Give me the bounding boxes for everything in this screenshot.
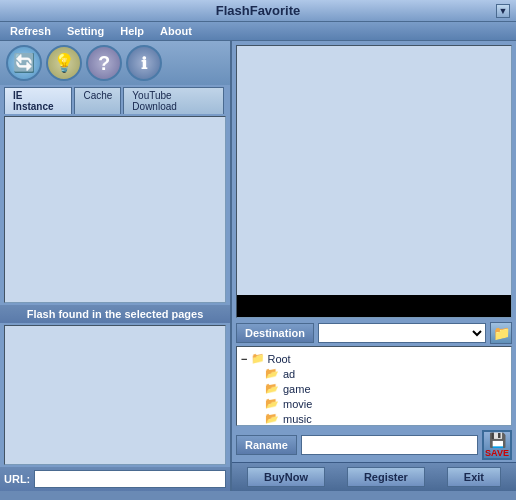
folder-icon: 📂 xyxy=(265,367,279,380)
menu-bar: Refresh Setting Help About xyxy=(0,22,516,41)
tree-item-label: game xyxy=(283,383,311,395)
tree-item-label: ad xyxy=(283,368,295,380)
tab-youtube[interactable]: YouTube Download xyxy=(123,87,224,114)
save-button[interactable]: 💾 SAVE xyxy=(482,430,512,460)
tree-collapse-icon[interactable]: − xyxy=(241,353,247,365)
bulb-button[interactable]: 💡 xyxy=(46,45,82,81)
tab-bar: IE Instance Cache YouTube Download xyxy=(0,85,230,114)
exit-button[interactable]: Exit xyxy=(447,467,501,487)
destination-browse-button[interactable]: 📁 xyxy=(490,322,512,344)
tree-item-ad: 📂 ad xyxy=(265,366,507,381)
folder-icon: 📂 xyxy=(265,397,279,410)
destination-row: Destination 📁 xyxy=(232,320,516,346)
raname-row: Raname 💾 SAVE xyxy=(232,428,516,462)
main-layout: 🔄 💡 ? ℹ IE Instance Cache YouTube Downlo… xyxy=(0,41,516,491)
destination-select[interactable] xyxy=(318,323,486,343)
save-disk-icon: 💾 xyxy=(489,432,506,448)
tree-root-label: Root xyxy=(267,353,290,365)
url-bar: URL: xyxy=(0,467,230,491)
flash-list xyxy=(4,116,226,303)
register-button[interactable]: Register xyxy=(347,467,425,487)
menu-about[interactable]: About xyxy=(154,24,198,38)
tree-item-music: 📂 music xyxy=(265,411,507,426)
tab-ie-instance[interactable]: IE Instance xyxy=(4,87,72,114)
title-arrow-btn[interactable]: ▼ xyxy=(496,4,510,18)
info-icon: ℹ xyxy=(141,54,147,73)
url-label: URL: xyxy=(4,473,30,485)
folder-icon: 📁 xyxy=(251,352,265,365)
tree-area: − 📁 Root 📂 ad 📂 game 📂 movie 📂 xyxy=(236,346,512,426)
refresh-button[interactable]: 🔄 xyxy=(6,45,42,81)
tree-root-item: − 📁 Root xyxy=(241,351,507,366)
folder-icon: 📂 xyxy=(265,382,279,395)
help-button[interactable]: ? xyxy=(86,45,122,81)
action-bar: BuyNow Register Exit xyxy=(232,462,516,491)
raname-input[interactable] xyxy=(301,435,478,455)
destination-label: Destination xyxy=(236,323,314,343)
tree-item-label: music xyxy=(283,413,312,425)
info-button[interactable]: ℹ xyxy=(126,45,162,81)
folder-icon: 📁 xyxy=(493,325,510,341)
app-title: FlashFavorite xyxy=(216,3,301,18)
folder-icon: 📂 xyxy=(265,412,279,425)
save-label: SAVE xyxy=(485,448,509,458)
left-panel: 🔄 💡 ? ℹ IE Instance Cache YouTube Downlo… xyxy=(0,41,232,491)
url-input[interactable] xyxy=(34,470,226,488)
bulb-icon: 💡 xyxy=(53,52,75,74)
preview-bottom-bar xyxy=(237,295,511,317)
right-panel: Destination 📁 − 📁 Root 📂 ad 📂 xyxy=(232,41,516,491)
menu-help[interactable]: Help xyxy=(114,24,150,38)
menu-setting[interactable]: Setting xyxy=(61,24,110,38)
tree-item-label: movie xyxy=(283,398,312,410)
flash-preview xyxy=(236,45,512,318)
menu-refresh[interactable]: Refresh xyxy=(4,24,57,38)
title-bar: FlashFavorite ▼ xyxy=(0,0,516,22)
flash-found-label: Flash found in the selected pages xyxy=(0,305,230,323)
question-icon: ? xyxy=(98,52,110,75)
tab-cache[interactable]: Cache xyxy=(74,87,121,114)
buynow-button[interactable]: BuyNow xyxy=(247,467,325,487)
tree-item-movie: 📂 movie xyxy=(265,396,507,411)
tree-item-game: 📂 game xyxy=(265,381,507,396)
bottom-left-list xyxy=(4,325,226,465)
raname-label: Raname xyxy=(236,435,297,455)
refresh-icon: 🔄 xyxy=(13,52,35,74)
icon-row: 🔄 💡 ? ℹ xyxy=(0,41,230,85)
